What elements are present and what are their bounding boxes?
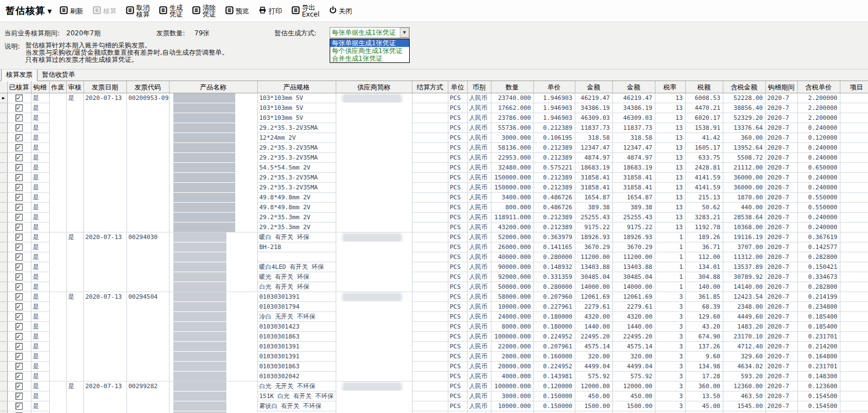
column-header[interactable]: 供应商简称 xyxy=(336,82,412,93)
column-header[interactable]: 含税单价 xyxy=(797,82,840,93)
caret-down-icon[interactable]: ▼ xyxy=(47,8,52,14)
table-row[interactable]: 是151K 白光 有开关 不环保PCS人民币3000.0000.15000045… xyxy=(0,391,868,401)
row-checkbox[interactable] xyxy=(15,273,23,280)
column-header[interactable]: 税额 xyxy=(685,82,723,93)
table-row[interactable]: 是是2020-07-1300299282白光 无开关 不环保PCS人民币1000… xyxy=(0,382,868,391)
row-checkbox[interactable] xyxy=(15,323,23,330)
row-checkbox[interactable] xyxy=(15,283,23,290)
row-checkbox[interactable] xyxy=(15,114,23,121)
row-checkbox[interactable] xyxy=(15,403,23,410)
close-button[interactable]: 关闭 xyxy=(329,6,352,15)
row-checkbox[interactable] xyxy=(15,253,23,261)
column-header[interactable]: 结算方式 xyxy=(412,82,448,93)
table-row[interactable]: 是49.8*49.8mm 2VPCS人民币3400.0000.486726165… xyxy=(0,193,868,203)
row-checkbox[interactable] xyxy=(15,184,23,191)
column-header[interactable]: 发票代码 xyxy=(126,82,169,93)
row-checkbox[interactable] xyxy=(15,343,23,350)
row-checkbox[interactable] xyxy=(15,243,23,251)
table-row[interactable]: 是01030301794PCS人民币10000.0000.2279612279.… xyxy=(0,302,868,312)
table-row[interactable]: 是BH-218PCS人民币26000.0000.1411653670.29367… xyxy=(0,242,868,252)
table-row[interactable]: 是103*103mm 5VPCS人民币23786.0001.9469034630… xyxy=(0,113,868,123)
table-row[interactable]: 是54.5*54.5mm 2VPCS人民币32480.0000.57522118… xyxy=(0,163,868,173)
row-checkbox[interactable] xyxy=(15,293,23,300)
dropdown-option[interactable]: 每张单据生成1张凭证 xyxy=(330,39,409,47)
row-checkbox[interactable] xyxy=(15,313,23,320)
row-checkbox[interactable] xyxy=(15,204,23,211)
row-checkbox[interactable] xyxy=(15,363,23,370)
table-row[interactable]: 是01030302042PCS人民币4000.0000.143981575.92… xyxy=(0,372,868,382)
table-row[interactable]: 是01030301863PCS人民币20000.0000.2249524499.… xyxy=(0,362,868,372)
table-row[interactable]: 是103*103mm 5VPCS人民币17662.0001.9469033438… xyxy=(0,103,868,113)
row-checkbox[interactable] xyxy=(15,94,23,102)
table-row[interactable]: 是暖白4LED 有开关 环保PCS人民币90000.0000.148932134… xyxy=(0,262,868,272)
table-row[interactable]: 是是2020-07-130029450401030301391PCS人民币580… xyxy=(0,292,868,302)
dropdown-arrow-icon[interactable]: ▼ xyxy=(400,28,409,38)
column-header[interactable]: 项目 xyxy=(840,82,868,93)
table-row[interactable]: 是01030301863PCS人民币100000.0000.2249522249… xyxy=(0,332,868,342)
row-checkbox[interactable] xyxy=(15,353,23,360)
table-row[interactable]: 是29.2*35.3mm 2VPCS人民币118911.0000.2123892… xyxy=(0,213,868,223)
column-header[interactable]: 单价 xyxy=(533,82,575,93)
dropdown-option[interactable]: 每个供应商生成1张凭证 xyxy=(330,47,409,55)
preview-button[interactable]: 预览 xyxy=(225,6,249,16)
column-header[interactable]: 钩稽期间 xyxy=(765,82,797,93)
row-checkbox[interactable] xyxy=(15,174,23,181)
row-checkbox[interactable] xyxy=(15,124,23,131)
table-row[interactable]: 是01030301391PCS人民币2000.0000.160000320.00… xyxy=(0,352,868,362)
table-row[interactable]: 是PCS人民币40000.0000.28000011200.0011200.00… xyxy=(0,252,868,262)
export-excel-button[interactable]: 导出 Excel xyxy=(292,4,320,18)
table-row[interactable]: 是12*24mm 2VPCS人民币3000.0000.106195318.583… xyxy=(0,133,868,143)
column-header[interactable]: 税率 xyxy=(655,82,685,93)
row-checkbox[interactable] xyxy=(15,263,23,271)
row-checkbox[interactable] xyxy=(15,333,23,340)
row-checkbox[interactable] xyxy=(15,393,23,400)
row-checkbox[interactable] xyxy=(15,224,23,231)
column-header[interactable]: 审核 xyxy=(66,82,83,93)
generate-voucher-button[interactable]: 生成 凭证 xyxy=(159,4,183,18)
row-checkbox[interactable] xyxy=(15,154,23,161)
column-header[interactable]: 单位 xyxy=(448,82,467,93)
table-row[interactable]: 是29.2*35.3-2V35MAPCS人民币58136.0000.212389… xyxy=(0,143,868,153)
table-row[interactable]: 是29.2*35.3mm 2VPCS人民币43200.0000.21238991… xyxy=(0,223,868,232)
row-checkbox[interactable] xyxy=(15,303,23,310)
table-row[interactable]: 是29.2*35.3-2V35MAPCS人民币22953.0000.212389… xyxy=(0,153,868,163)
table-row[interactable]: 是白光 有开关 不环保PCS人民币30000.0000.1800005400.0… xyxy=(0,411,868,413)
column-header[interactable]: 数量 xyxy=(491,82,533,93)
row-checkbox[interactable] xyxy=(15,373,23,380)
table-row[interactable]: ▶是是2020-07-1300200953-095103*103mm 5VPCS… xyxy=(0,93,868,103)
table-row[interactable]: 是暖光 有开关 环保PCS人民币92000.0000.33135930485.0… xyxy=(0,272,868,282)
column-header[interactable]: 已核算 xyxy=(7,82,31,93)
column-header[interactable]: 发票日期 xyxy=(83,82,126,93)
column-header[interactable]: 产品名称 xyxy=(169,82,257,93)
table-row[interactable]: 是01030301391PCS人民币22000.0000.2079614575.… xyxy=(0,342,868,352)
generation-mode-select[interactable]: 每张单据生成1张凭证 ▼ xyxy=(330,27,410,38)
tab-invoice-accounting[interactable]: 核算发票 xyxy=(1,68,38,81)
cancel-calculate-button[interactable]: 取消 核算 xyxy=(126,4,150,18)
row-checkbox[interactable] xyxy=(15,214,23,221)
table-row[interactable]: 是29.2*35.3-2V35MAPCS人民币55736.0000.212389… xyxy=(0,123,868,133)
column-header[interactable]: 含税金额 xyxy=(723,82,765,93)
column-header[interactable]: 钩稽 xyxy=(31,82,49,93)
row-checkbox[interactable] xyxy=(15,383,23,390)
column-header[interactable]: 金额 xyxy=(612,82,655,93)
row-checkbox[interactable] xyxy=(15,134,23,141)
row-checkbox[interactable] xyxy=(15,104,23,112)
dropdown-option[interactable]: 合并生成1张凭证 xyxy=(330,55,409,62)
table-row[interactable]: 是49.8*49.8mm 2VPCS人民币800.0000.486726389.… xyxy=(0,203,868,213)
refresh-button[interactable]: 刷新 xyxy=(60,6,83,16)
tab-estimated-receipts[interactable]: 暂估收货单 xyxy=(38,69,80,81)
table-row[interactable]: 是白光 有开关 环保PCS人民币50000.0000.28000014000.0… xyxy=(0,282,868,292)
column-header[interactable]: 产品规格 xyxy=(257,82,336,93)
column-header[interactable]: 作废 xyxy=(49,82,66,93)
row-checkbox[interactable] xyxy=(15,144,23,151)
table-row[interactable]: 是冷白 无开关 不环保PCS人民币24000.0000.1800004320.0… xyxy=(0,312,868,322)
table-row[interactable]: 是雾状白 有开关 不环保PCS人民币10000.0000.1500001500.… xyxy=(0,401,868,411)
row-checkbox[interactable] xyxy=(15,234,23,241)
row-checkbox[interactable] xyxy=(15,194,23,201)
table-row[interactable]: 是是2020-07-1300294030暖白 有开关 环保PCS人民币52000… xyxy=(0,232,868,242)
column-header[interactable]: 币别 xyxy=(467,82,491,93)
table-row[interactable]: 是29.2*35.3-2V35MAPCS人民币150000.0000.21238… xyxy=(0,183,868,193)
table-row[interactable]: 是29.2*35.3-2V35MAPCS人民币150000.0000.21238… xyxy=(0,173,868,183)
table-row[interactable]: 是01030301423PCS人民币8000.0000.1800001440.0… xyxy=(0,322,868,332)
column-header[interactable]: 金额 xyxy=(575,82,612,93)
